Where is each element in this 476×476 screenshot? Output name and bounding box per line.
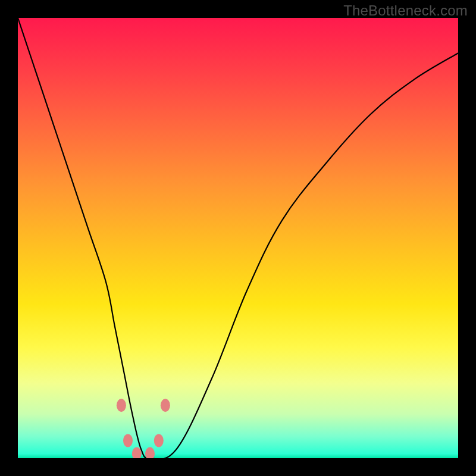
curve-marker bbox=[145, 447, 155, 458]
curve-marker bbox=[117, 399, 126, 412]
bottleneck-curve bbox=[18, 18, 458, 458]
curve-marker bbox=[161, 399, 170, 412]
curve-marker bbox=[154, 434, 164, 447]
curve-marker bbox=[132, 447, 142, 458]
watermark-text: TheBottleneck.com bbox=[343, 2, 468, 19]
curve-marker bbox=[123, 434, 133, 447]
chart-plot-area bbox=[18, 18, 458, 458]
